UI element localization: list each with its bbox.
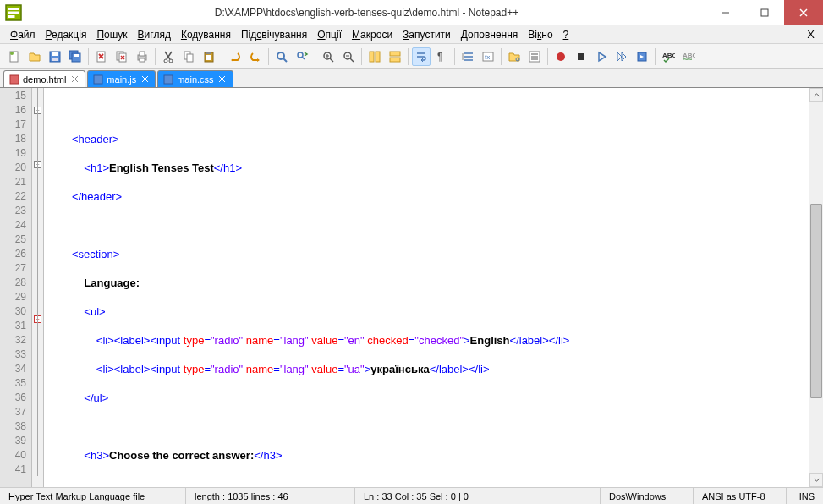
wordwrap-icon[interactable]: [412, 47, 431, 66]
menu-launch[interactable]: Запустити: [398, 27, 456, 42]
menu-view[interactable]: Вигляд: [133, 27, 176, 42]
function-list-icon[interactable]: [525, 47, 544, 66]
svg-rect-33: [206, 52, 211, 54]
cut-icon[interactable]: [159, 47, 178, 66]
svg-rect-73: [164, 75, 173, 84]
svg-rect-2: [8, 11, 19, 14]
save-macro-icon[interactable]: [633, 47, 651, 66]
close-file-icon[interactable]: [92, 47, 111, 66]
indent-guide-icon[interactable]: [458, 47, 477, 66]
sync-h-icon[interactable]: [386, 47, 404, 66]
tab-label: main.css: [177, 74, 213, 85]
svg-text:¶: ¶: [437, 51, 442, 63]
menu-edit[interactable]: Редакція: [41, 27, 92, 42]
tab-demo-html[interactable]: demo.html: [3, 70, 85, 87]
record-macro-icon[interactable]: [551, 47, 570, 66]
folder-view-icon[interactable]: [505, 47, 524, 66]
svg-rect-12: [52, 58, 58, 61]
app-icon: [3, 3, 24, 23]
close-button[interactable]: [784, 0, 823, 25]
svg-rect-47: [376, 52, 380, 62]
tab-main-js[interactable]: main.js: [87, 70, 156, 87]
menu-options[interactable]: Опції: [312, 27, 347, 42]
menu-encoding[interactable]: Кодування: [176, 27, 236, 42]
scrollbar-track[interactable]: [809, 102, 823, 473]
open-file-icon[interactable]: [25, 47, 44, 66]
scroll-down-icon[interactable]: [809, 473, 823, 487]
svg-point-29: [169, 59, 173, 63]
svg-rect-11: [52, 52, 58, 56]
fold-gutter[interactable]: − − −: [32, 88, 44, 487]
svg-text:ABC: ABC: [683, 52, 695, 59]
svg-rect-31: [187, 54, 193, 62]
scrollbar-thumb[interactable]: [810, 204, 822, 398]
minimize-button[interactable]: [706, 0, 745, 25]
stop-macro-icon[interactable]: [572, 47, 590, 66]
undo-icon[interactable]: [226, 47, 244, 66]
user-lang-icon[interactable]: fx: [479, 47, 497, 66]
save-all-icon[interactable]: [66, 47, 85, 66]
status-length: length : 1035 lines : 46: [186, 488, 355, 504]
menubar: Файл Редакція Пошук Вигляд Кодування Під…: [0, 25, 823, 44]
svg-rect-3: [8, 15, 15, 18]
tab-label: demo.html: [23, 74, 66, 85]
zoom-in-icon[interactable]: [319, 47, 337, 66]
tab-label: main.js: [107, 74, 136, 85]
status-encoding: ANSI as UTF-8: [694, 488, 787, 504]
redo-icon[interactable]: [246, 47, 265, 66]
menu-syntax[interactable]: Підсвічування: [236, 27, 312, 42]
maximize-button[interactable]: [745, 0, 784, 25]
scroll-up-icon[interactable]: [809, 88, 823, 102]
svg-rect-63: [578, 53, 584, 60]
zoom-out-icon[interactable]: [339, 47, 358, 66]
status-mode: INS: [787, 488, 823, 504]
spellcheck-off-icon[interactable]: ABC: [679, 47, 698, 66]
menu-file[interactable]: Файл: [5, 27, 41, 42]
svg-point-62: [557, 52, 565, 61]
find-icon[interactable]: [272, 47, 291, 66]
svg-rect-15: [74, 54, 79, 57]
menu-search[interactable]: Пошук: [91, 27, 132, 42]
play-multi-icon[interactable]: [612, 47, 631, 66]
show-all-chars-icon[interactable]: ¶: [432, 47, 451, 66]
file-saved-icon: [163, 74, 173, 85]
svg-rect-34: [206, 55, 211, 60]
status-position: Ln : 33 Col : 35 Sel : 0 | 0: [355, 488, 601, 504]
svg-rect-49: [390, 58, 400, 62]
titlebar: D:\XAMPP\htdocs\english-verb-tenses-quiz…: [0, 0, 823, 25]
svg-rect-1: [8, 8, 19, 10]
editor[interactable]: 1516171819202122232425262728293031323334…: [0, 88, 823, 487]
vertical-scrollbar[interactable]: [809, 88, 823, 487]
play-macro-icon[interactable]: [592, 47, 611, 66]
menu-help[interactable]: ?: [558, 27, 574, 42]
print-icon[interactable]: [133, 47, 151, 66]
spellcheck-icon[interactable]: ABC: [659, 47, 678, 66]
svg-rect-24: [140, 52, 145, 56]
svg-rect-5: [761, 9, 768, 16]
save-icon[interactable]: [46, 47, 64, 66]
svg-rect-67: [10, 75, 19, 84]
sync-v-icon[interactable]: [365, 47, 384, 66]
menu-window[interactable]: Вікно: [523, 27, 557, 42]
svg-text:fx: fx: [485, 53, 490, 61]
line-number-gutter: 1516171819202122232425262728293031323334…: [0, 88, 32, 487]
paste-icon[interactable]: [200, 47, 218, 66]
code-area[interactable]: <header> <h1>English Tenses Test</h1> </…: [44, 88, 809, 487]
tab-close-icon[interactable]: [69, 74, 80, 85]
close-all-icon[interactable]: [112, 47, 131, 66]
tab-close-icon[interactable]: [217, 74, 228, 85]
mdi-close-icon[interactable]: X: [807, 28, 815, 41]
file-modified-icon: [9, 74, 19, 85]
menu-macros[interactable]: Макроси: [347, 27, 398, 42]
svg-point-35: [277, 52, 284, 59]
window-title: D:\XAMPP\htdocs\english-verb-tenses-quiz…: [27, 7, 706, 19]
copy-icon[interactable]: [179, 47, 198, 66]
tab-close-icon[interactable]: [140, 74, 150, 85]
svg-rect-70: [94, 75, 102, 84]
tab-main-css[interactable]: main.css: [157, 70, 233, 87]
toolbar: ¶ fx ABC ABC: [0, 44, 823, 69]
menu-plugins[interactable]: Доповнення: [456, 27, 524, 42]
replace-icon[interactable]: [293, 47, 311, 66]
new-file-icon[interactable]: [5, 47, 24, 66]
svg-point-9: [10, 52, 14, 55]
